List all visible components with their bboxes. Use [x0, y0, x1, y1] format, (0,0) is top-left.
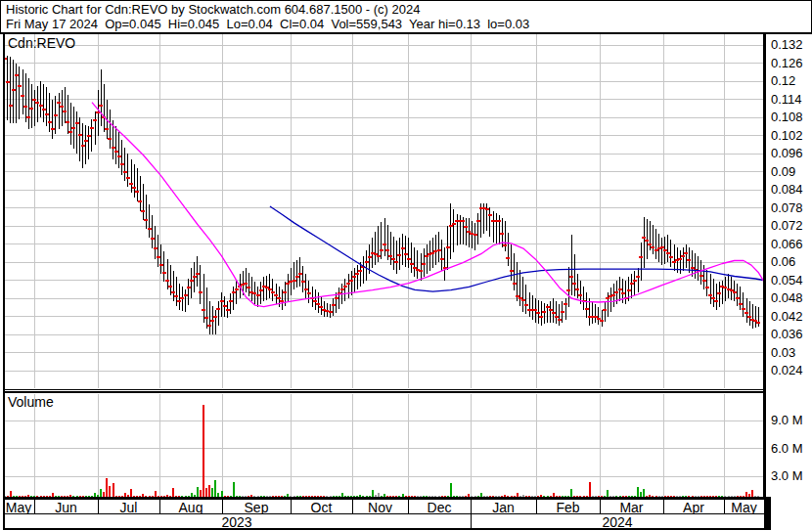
volume-pane-label: Volume	[8, 395, 54, 410]
price-axis-label: 0.072	[771, 218, 810, 234]
price-axis-label: 0.036	[771, 327, 810, 342]
grid-lines	[4, 34, 763, 496]
month-label: Jul	[98, 501, 159, 514]
price-axis-label: 0.126	[771, 56, 810, 71]
volume-axis-label: 9.0 M	[771, 413, 812, 428]
month-label: Jan	[471, 501, 536, 514]
symbol-label: Cdn:REVO	[8, 36, 75, 51]
price-axis-label: 0.114	[771, 92, 810, 108]
price-axis-label: 0.066	[771, 237, 810, 252]
price-axis-label: 0.084	[771, 182, 810, 198]
month-label: Oct	[291, 501, 352, 514]
volume-bars	[4, 405, 760, 498]
month-label: May	[3, 501, 34, 514]
ma-fast-line	[92, 103, 763, 307]
month-label: Apr	[663, 501, 724, 514]
price-axis-label: 0.102	[771, 128, 810, 144]
price-axis-label: 0.12	[771, 73, 810, 89]
month-label: Aug	[159, 501, 222, 514]
volume-axis-label: 3.0 M	[771, 468, 812, 484]
month-label: Dec	[408, 501, 471, 514]
month-label: Feb	[536, 501, 600, 514]
price-axis-label: 0.108	[771, 110, 810, 125]
chart-header: Historic Chart for Cdn:REVO by Stockwatc…	[0, 0, 812, 33]
price-axis-label: 0.132	[771, 37, 810, 53]
price-axis-label: 0.078	[771, 200, 810, 216]
chart-title: Historic Chart for Cdn:REVO by Stockwatc…	[6, 2, 420, 17]
year-label: 2023	[3, 515, 471, 529]
price-axis-label: 0.024	[771, 363, 810, 378]
volume-axis-label: 6.0 M	[771, 441, 812, 457]
month-label: May	[724, 501, 764, 514]
frame-borders	[0, 32, 812, 530]
month-label: Mar	[600, 501, 663, 514]
year-label: 2024	[471, 515, 764, 529]
price-axis-label: 0.03	[771, 345, 810, 361]
month-label: Jun	[34, 501, 98, 514]
stockwatch-historic-chart: Historic Chart for Cdn:REVO by Stockwatc…	[0, 0, 812, 531]
price-axis-label: 0.096	[771, 146, 810, 161]
price-bars	[3, 54, 761, 334]
quote-summary: Fri May 17 2024 Op=0.045 Hi=0.045 Lo=0.0…	[6, 17, 529, 31]
price-axis-label: 0.048	[771, 290, 810, 306]
price-axis-label: 0.06	[771, 254, 810, 270]
chart-canvas	[0, 0, 812, 531]
price-axis-label: 0.09	[771, 164, 810, 180]
month-label: Nov	[352, 501, 408, 514]
month-label: Sep	[222, 501, 291, 514]
price-axis-label: 0.042	[771, 309, 810, 325]
price-axis-label: 0.054	[771, 273, 810, 288]
